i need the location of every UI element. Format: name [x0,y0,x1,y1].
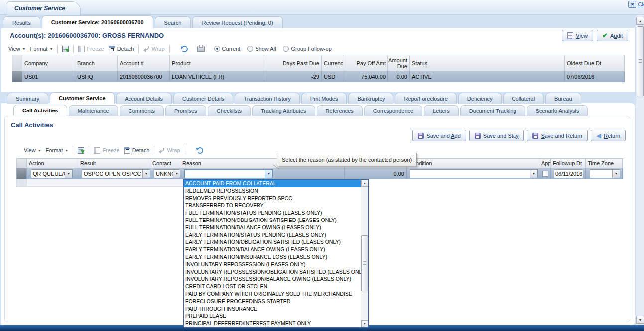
result-select[interactable]: OSPCC OPEN OSPCC ▼ [82,169,150,178]
column-header[interactable]: Result [78,159,150,168]
sub-tab[interactable]: Correspondence [364,105,422,116]
row-handle[interactable] [12,71,22,82]
reason-option[interactable]: REDEEMED REPOSSESSION [184,187,361,195]
column-header[interactable]: Product [170,55,264,71]
sub-tab[interactable]: Checklists [208,105,251,116]
sub-tab[interactable]: Comments [120,105,164,116]
reason-select[interactable]: ▼ [184,169,273,178]
scroll-down-icon[interactable]: ▼ [636,316,644,324]
section-tab[interactable]: Bankruptcy [348,93,393,104]
scrollbar-thumb[interactable] [637,26,644,96]
main-tab[interactable]: Customer Service: 20160600036700 [42,15,153,28]
reason-option[interactable]: EARLY TERMINATION/OBLIGATION SATISFIED (… [184,238,361,246]
column-header[interactable]: Days Past Due [264,55,322,71]
reason-option[interactable]: EARLY TERMINATION/INSURANCE LOSS (LEASES… [184,253,361,261]
close-icon[interactable]: ✕ [628,1,636,8]
column-header[interactable]: Currency [322,55,343,71]
section-tab[interactable]: Customer Service [50,92,115,104]
section-tab[interactable]: Account Details [116,93,172,104]
reason-option[interactable]: PRINCIPAL DEFERRED/INTEREST PAYMENT ONLY [184,320,361,327]
radio-option[interactable]: Current [214,46,241,52]
main-tab[interactable]: Search [155,16,191,28]
column-header[interactable]: Branch [75,55,118,71]
reason-option[interactable]: FULL TERMINATION/BALANCE OWING (LEASES O… [184,224,361,231]
reason-option[interactable]: FULL TERMINATION/STATUS PENDING (LEASES … [184,209,361,217]
view-menu[interactable]: View▼ [24,147,41,153]
column-header[interactable]: Time Zone [586,159,623,168]
dropdown-arrow-icon[interactable]: ▼ [530,170,537,178]
dropdown-arrow-icon[interactable]: ▼ [173,170,180,178]
audit-button[interactable]: ✔ Audit [597,30,628,41]
refresh-icon[interactable] [197,147,203,154]
column-header[interactable]: Account # [118,55,170,71]
radio-option[interactable]: Show All [247,46,276,52]
reason-option[interactable]: PREPAID LEASE [184,312,361,320]
scroll-down-icon[interactable]: ▼ [361,320,368,327]
dropdown-arrow-icon[interactable]: ▼ [65,170,72,178]
scroll-up-icon[interactable]: ▲ [361,180,368,187]
reason-option[interactable]: PAID BY COMPANY WHICH ORIGINALLY SOLD TH… [184,290,361,298]
column-header[interactable]: Status [410,55,565,71]
scroll-up-icon[interactable]: ▲ [636,17,644,25]
followup-date-input[interactable]: 06/11/2016 [554,169,583,178]
contact-select[interactable]: UNKNOWN ▼ [154,169,180,178]
reason-option[interactable]: CREDIT CARD LOST OR STOLEN [184,283,361,290]
main-tab[interactable]: Review Request (Pending: 0) [192,16,282,28]
condition-select[interactable]: ▼ [410,169,538,178]
sub-tab[interactable]: Letters [424,105,459,116]
format-menu[interactable]: Format▼ [46,147,69,153]
section-tab[interactable]: Pmt Modes [301,93,347,104]
column-header[interactable]: Oldest Due Dt [565,55,624,71]
row-handle[interactable] [17,168,27,179]
call-activity-row[interactable]: QR QUEUE/CO ▼ OSPCC OPEN OSPCC ▼ [16,168,623,179]
query-by-example-icon[interactable] [78,147,84,154]
section-tab[interactable]: Bureau [545,93,581,104]
wrap-button[interactable]: Wrap [143,46,164,52]
save-and-stay-button[interactable]: Save and Stay [469,130,524,141]
query-by-example-icon[interactable] [62,46,69,52]
reason-option[interactable]: ACCOUNT PAID FROM COLLATERAL [184,180,361,187]
page-scrollbar[interactable]: ▲ ▼ [636,15,644,325]
return-button[interactable]: ◀ Return [591,130,626,141]
refresh-icon[interactable] [181,46,188,52]
reason-option[interactable]: EARLY TERMINATION/BALANCE OWING (LEASES … [184,246,361,253]
scrollbar-thumb[interactable] [361,235,368,291]
dropdown-arrow-icon[interactable]: ▼ [612,170,620,178]
save-and-return-button[interactable]: Save and Return [527,130,588,141]
column-header[interactable]: Appt [540,159,551,168]
reason-option[interactable]: FORECLOSURE PROCEEDINGS STARTED [184,298,361,305]
section-tab[interactable]: Transaction History [235,93,299,104]
sub-tab[interactable]: Tracking Attributes [252,105,315,116]
window-tab-customer-service[interactable]: Customer Service [7,1,81,15]
print-icon[interactable] [197,46,205,52]
section-tab[interactable]: Repo/Foreclosure [395,93,456,104]
reason-option[interactable]: INVOLUNTARY REPOSSESSION/BALANCE OWING (… [184,275,361,283]
time-zone-select[interactable]: ▼ [590,169,620,178]
detach-button[interactable]: Detach [124,147,150,154]
reason-option[interactable]: TRANSFERRED TO RECOVERY [184,202,361,209]
main-tab[interactable]: Results [3,16,40,28]
column-header[interactable]: Followup Dt [551,159,586,168]
view-button[interactable]: View [562,30,593,41]
column-header[interactable]: Pay Off Amt [343,55,388,71]
dropdown-scrollbar[interactable]: ▲ ▼ [361,180,368,327]
section-tab[interactable]: Summary [7,93,48,104]
sub-tab[interactable]: Document Tracking [460,105,525,116]
close-link[interactable]: Clo [638,1,644,7]
reason-option[interactable]: REMOVES PREVIOUSLY REPORTED SPCC [184,195,361,202]
sub-tab[interactable]: Call Activities [13,105,67,116]
format-menu[interactable]: Format▼ [30,46,53,52]
appt-checkbox[interactable] [542,171,548,177]
column-header[interactable]: Contact [150,159,180,168]
freeze-button[interactable]: Freeze [78,46,104,52]
dropdown-arrow-icon[interactable]: ▼ [265,170,272,178]
reason-option[interactable]: EARLY TERMINATION/STATUS PENDING (LEASES… [184,231,361,239]
reason-option[interactable]: INVOLUNTARY REPOSSESSION (LEASES ONLY) [184,261,361,268]
action-select[interactable]: QR QUEUE/CO ▼ [31,169,73,178]
detach-button[interactable]: Detach [109,46,134,52]
section-tab[interactable]: Collateral [503,93,544,104]
column-header[interactable]: Company [22,55,75,71]
sub-tab[interactable]: Promises [165,105,206,116]
sub-tab[interactable]: Scenario Analysis [527,105,588,116]
sub-tab[interactable]: References [317,105,363,116]
